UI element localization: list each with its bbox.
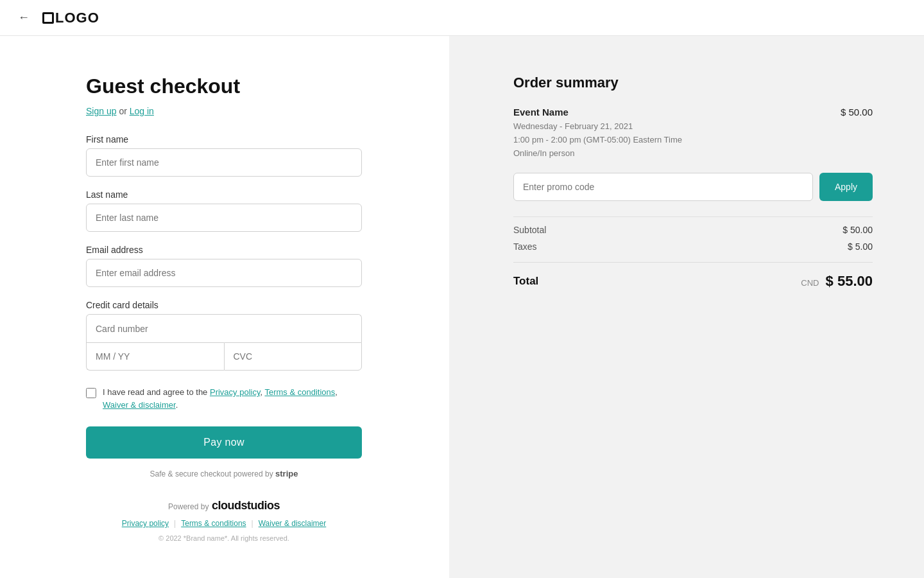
card-inputs — [86, 314, 362, 371]
event-name: Event Name — [513, 107, 682, 118]
divider-line — [513, 216, 873, 217]
login-link[interactable]: Log in — [130, 106, 154, 116]
main-layout: Guest checkout Sign up or Log in First n… — [0, 36, 924, 578]
credit-card-label: Credit card details — [86, 300, 372, 310]
subtotal-value: $ 50.00 — [843, 225, 873, 235]
first-name-input[interactable] — [86, 148, 362, 177]
email-group: Email address — [86, 245, 372, 287]
order-summary-title: Order summary — [513, 74, 873, 91]
copyright: © 2022 *Brand name*. All rights reserved… — [86, 534, 362, 542]
or-text: or — [119, 106, 129, 116]
card-number-input[interactable] — [86, 314, 362, 342]
event-price: $ 50.00 — [841, 107, 873, 118]
order-item: Event Name Wednesday - February 21, 2021… — [513, 107, 873, 160]
event-location: Online/In person — [513, 147, 682, 161]
stripe-brand: stripe — [275, 469, 298, 478]
header: ← LOGO — [0, 0, 924, 36]
total-currency: CND — [801, 278, 819, 288]
event-time: 1:00 pm - 2:00 pm (GMT-05:00) Eastern Ti… — [513, 134, 682, 147]
credit-card-section: Credit card details — [86, 300, 372, 371]
pay-now-button[interactable]: Pay now — [86, 426, 362, 459]
logo: LOGO — [42, 10, 99, 26]
event-date: Wednesday - February 21, 2021 — [513, 120, 682, 134]
powered-by: Powered by cloudstudios — [86, 499, 362, 512]
total-amount: $ 55.00 — [826, 273, 873, 289]
card-row — [86, 342, 362, 371]
agreement-group: I have read and agree to the Privacy pol… — [86, 386, 362, 411]
agreement-text-before: I have read and agree to the — [103, 387, 210, 397]
powered-by-label: Powered by — [168, 502, 209, 511]
order-item-details: Event Name Wednesday - February 21, 2021… — [513, 107, 682, 160]
logo-text: LOGO — [55, 10, 99, 26]
subtotal-row: Subtotal $ 50.00 — [513, 225, 873, 235]
terms-link[interactable]: Terms & conditions — [264, 387, 335, 397]
apply-button[interactable]: Apply — [819, 173, 873, 201]
agreement-checkbox[interactable] — [86, 388, 96, 398]
promo-row: Apply — [513, 173, 873, 201]
signup-link[interactable]: Sign up — [86, 106, 116, 116]
stripe-note: Safe & secure checkout powered by stripe — [86, 469, 362, 478]
subtotal-label: Subtotal — [513, 225, 546, 235]
card-cvc-input[interactable] — [224, 342, 363, 371]
taxes-row: Taxes $ 5.00 — [513, 241, 873, 252]
logo-bracket-icon — [42, 12, 54, 24]
first-name-label: First name — [86, 134, 372, 144]
divider1: | — [174, 519, 176, 528]
last-name-label: Last name — [86, 189, 372, 200]
footer-terms-link[interactable]: Terms & conditions — [181, 519, 246, 528]
taxes-label: Taxes — [513, 241, 537, 252]
total-row: Total CND $ 55.00 — [513, 262, 873, 290]
first-name-group: First name — [86, 134, 372, 177]
taxes-value: $ 5.00 — [848, 241, 873, 252]
period: . — [176, 400, 178, 410]
promo-input[interactable] — [513, 173, 813, 201]
card-expiry-input[interactable] — [86, 342, 224, 371]
total-value: CND $ 55.00 — [801, 273, 873, 290]
footer-links: Privacy policy | Terms & conditions | Wa… — [86, 519, 362, 528]
waiver-link[interactable]: Waiver & disclaimer — [103, 400, 176, 410]
privacy-policy-link[interactable]: Privacy policy — [210, 387, 261, 397]
last-name-input[interactable] — [86, 204, 362, 232]
signin-links: Sign up or Log in — [86, 106, 372, 116]
agreement-label: I have read and agree to the Privacy pol… — [103, 386, 362, 411]
page-title: Guest checkout — [86, 74, 372, 98]
back-button[interactable]: ← — [15, 8, 32, 27]
email-input[interactable] — [86, 259, 362, 287]
left-panel: Guest checkout Sign up or Log in First n… — [0, 36, 449, 578]
comma2: , — [335, 387, 338, 397]
last-name-group: Last name — [86, 189, 372, 232]
total-label: Total — [513, 275, 538, 288]
footer-privacy-link[interactable]: Privacy policy — [122, 519, 169, 528]
footer-waiver-link[interactable]: Waiver & disclaimer — [259, 519, 327, 528]
email-label: Email address — [86, 245, 372, 255]
stripe-note-text: Safe & secure checkout powered by — [150, 469, 273, 478]
cloudstudios-brand: cloudstudios — [212, 499, 280, 512]
right-panel: Order summary Event Name Wednesday - Feb… — [449, 36, 924, 578]
divider2: | — [252, 519, 253, 528]
